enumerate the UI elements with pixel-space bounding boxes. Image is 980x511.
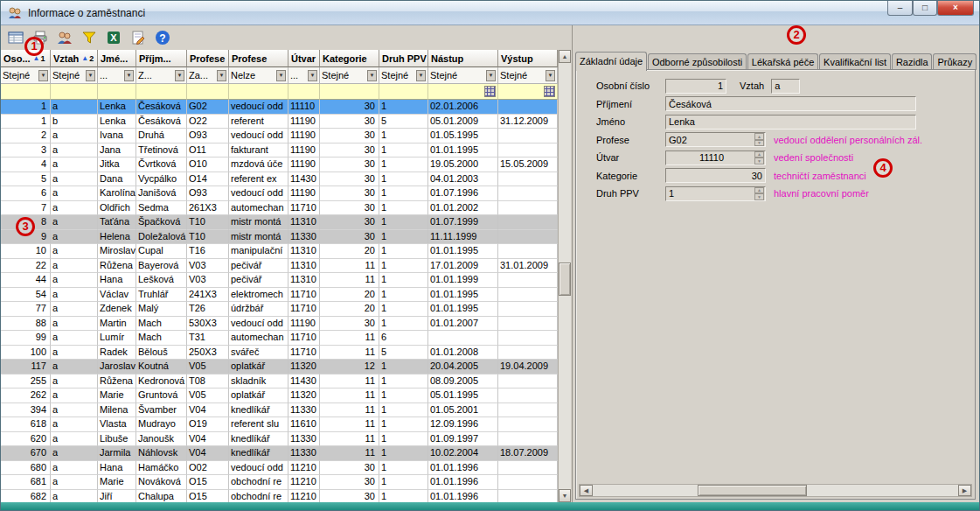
dropdown-arrow-icon[interactable]: ▼ [86, 70, 95, 81]
filter-input-prijmeni[interactable] [136, 84, 187, 100]
vscroll-thumb[interactable] [559, 262, 571, 296]
table-row[interactable]: 681aMarieNovákováO15obchodní re112103010… [1, 475, 558, 490]
table-row[interactable]: 262aMarieGruntováV05oplatkář1132011105.0… [1, 388, 558, 403]
table-row[interactable]: 2aIvanaDruháO93vedoucí odd1119030101.05.… [1, 129, 558, 144]
table-row[interactable]: 9aHelenaDoležalováT10mistr montá11330301… [1, 230, 558, 245]
filter-input-profese-nazev[interactable] [229, 84, 288, 100]
column-header-vystup[interactable]: Výstup [498, 50, 558, 67]
dropdown-arrow-icon[interactable]: ▼ [546, 70, 555, 81]
filter-op-utvar[interactable]: ...▼ [288, 67, 320, 84]
filter-input-nastup[interactable] [428, 84, 498, 100]
tab-zakladni-udaje[interactable]: Základní údaje [575, 52, 647, 71]
filter-input-osobni-cislo[interactable] [1, 84, 51, 100]
table-row[interactable]: 44aHanaLeškováV03pečivář1131011101.01.19… [1, 273, 558, 288]
table-row[interactable]: 1bLenkaČesákováO22referent1119030505.01.… [1, 115, 558, 130]
druh-ppv-field[interactable]: 1▲▼ [665, 186, 766, 201]
table-row[interactable]: 670aJarmilaNáhlovskV04knedlíkář113301111… [1, 446, 558, 461]
filter-op-osobni-cislo[interactable]: Stejné▼ [1, 67, 51, 84]
spinner-up-icon[interactable]: ▲ [754, 187, 764, 194]
table-row[interactable]: 6aKarolínaJanišováO93vedoucí odd11190301… [1, 186, 558, 201]
edit-button[interactable] [127, 27, 149, 49]
table-row[interactable]: 4aJitkaČvrtkováO10mzdová úče1119030119.0… [1, 158, 558, 172]
table-row[interactable]: 1aLenkaČesákováG02vedoucí odd1111030102.… [1, 100, 558, 115]
excel-export-button[interactable]: X [102, 27, 125, 49]
scroll-left-button[interactable]: ◀ [580, 485, 593, 496]
employees-button[interactable] [53, 27, 76, 49]
column-header-profese-kod[interactable]: Profese [187, 50, 229, 67]
table-row[interactable]: 117aJaroslavaKoutnáV05oplatkář1132012120… [1, 360, 558, 374]
tab-razidla[interactable]: Razidla [892, 53, 933, 70]
filter-input-profese-kod[interactable] [187, 84, 229, 100]
filter-input-kategorie[interactable] [320, 84, 379, 100]
spinner-up-icon[interactable]: ▲ [754, 133, 764, 140]
spinner-down-icon[interactable]: ▼ [754, 140, 764, 147]
filter-input-vystup[interactable] [498, 84, 558, 100]
table-row[interactable]: 3aJanaTřetinováO11fakturant1119030101.01… [1, 144, 558, 158]
table-row[interactable]: 8aTaťánaŠpačkováT10mistr montá1131030101… [1, 215, 558, 230]
dropdown-arrow-icon[interactable]: ▼ [217, 70, 226, 81]
table-row[interactable]: 99aLumírMachT31automechan11710116 [1, 331, 558, 346]
scroll-down-button[interactable]: ▼ [559, 489, 571, 502]
kategorie-field[interactable]: 30 [665, 168, 766, 183]
table-row[interactable]: 682aJiříChalupaO15obchodní re1121030101.… [1, 490, 558, 503]
prijmeni-field[interactable]: Česáková [665, 96, 916, 111]
dropdown-arrow-icon[interactable]: ▼ [416, 70, 426, 81]
table-row[interactable]: 618aVlastaMudrayoO19referent slu11610111… [1, 417, 558, 432]
filter-input-jmeno[interactable] [98, 84, 136, 100]
osobni-cislo-field[interactable]: 1 [665, 79, 726, 94]
hscroll-track[interactable] [593, 485, 958, 496]
dropdown-arrow-icon[interactable]: ▼ [367, 70, 377, 81]
table-row[interactable]: 77aZdenekMalýT26údržbář1171020101.01.199… [1, 302, 558, 317]
table-row[interactable]: 394aMilenaŠvamberV04knedlíkář1133011101.… [1, 403, 558, 418]
dropdown-arrow-icon[interactable]: ▼ [486, 70, 496, 81]
table-row[interactable]: 620aLibušeJanouškV04knedlíkář1133011101.… [1, 432, 558, 447]
dropdown-arrow-icon[interactable]: ▼ [175, 70, 184, 81]
column-header-osobni-cislo[interactable]: Oso...▲1 [1, 50, 51, 67]
vertical-scrollbar[interactable]: ▲ ▼ [558, 50, 571, 502]
scroll-right-button[interactable]: ▶ [958, 485, 971, 496]
utvar-field[interactable]: 11110▲▼ [665, 150, 766, 165]
tab-prukazy[interactable]: Průkazy [933, 53, 977, 70]
dropdown-arrow-icon[interactable]: ▼ [276, 70, 286, 81]
spinner-down-icon[interactable]: ▼ [754, 193, 764, 200]
filter-op-profese-kod[interactable]: Za...▼ [187, 67, 229, 84]
dropdown-arrow-icon[interactable]: ▼ [124, 70, 134, 81]
column-header-prijmeni[interactable]: Příjm... [136, 50, 187, 67]
filter-op-jmeno[interactable]: ...▼ [98, 67, 136, 84]
table-row[interactable]: 88aMartinMach530X3vedoucí odd1119030101.… [1, 317, 558, 332]
filter-op-profese-nazev[interactable]: Nelze▼ [229, 67, 288, 84]
filter-input-druh-ppv[interactable] [379, 84, 428, 100]
scroll-up-button[interactable]: ▲ [559, 50, 571, 63]
table-row[interactable]: 54aVáclavTruhlář241X3elektromech11710201… [1, 288, 558, 303]
filter-op-kategorie[interactable]: Stejné▼ [320, 67, 379, 84]
grid-filter-picker-button[interactable] [544, 86, 555, 97]
filter-op-vztah[interactable]: Stejné▼ [51, 67, 98, 84]
profese-field[interactable]: G02▲▼ [665, 132, 766, 147]
column-header-kategorie[interactable]: Kategorie [320, 50, 379, 67]
table-row[interactable]: 680aHanaHamáčkoO02vedoucí odd1121030101.… [1, 461, 558, 476]
column-header-vztah[interactable]: Vztah▲2 [51, 50, 98, 67]
filter-op-nastup[interactable]: Stejné▼ [428, 67, 498, 84]
dropdown-arrow-icon[interactable]: ▼ [308, 70, 317, 81]
vztah-field[interactable]: a [771, 79, 800, 94]
filter-op-vystup[interactable]: Stejné▼ [498, 67, 558, 84]
column-header-profese-nazev[interactable]: Profese [229, 50, 288, 67]
titlebar[interactable]: Informace o zaměstnanci – □ × [1, 1, 979, 25]
column-header-druh-ppv[interactable]: Druh PPV [379, 50, 428, 67]
spinner-down-icon[interactable]: ▼ [754, 158, 764, 164]
vscroll-track[interactable] [559, 63, 571, 489]
table-row[interactable]: 5aDanaVycpálkoO14referent ex1143030104.0… [1, 172, 558, 187]
table-row[interactable]: 7aOldřichSedma261X3automechan1171030101.… [1, 201, 558, 216]
tab-odborne-zpusobilosti[interactable]: Odborné způsobilosti [648, 53, 747, 70]
column-header-utvar[interactable]: Útvar [288, 50, 320, 67]
hscroll-thumb[interactable] [698, 485, 807, 496]
filter-input-vztah[interactable] [51, 84, 98, 100]
column-header-nastup[interactable]: Nástup [428, 50, 498, 67]
table-row[interactable]: 255aRůženaKedronováT08skladník1143011108… [1, 374, 558, 389]
horizontal-scrollbar[interactable]: ◀ ▶ [579, 484, 972, 497]
filter-op-druh-ppv[interactable]: Stejné▼ [379, 67, 428, 84]
table-row[interactable]: 22aRůženaBayerováV03pečivář1131011117.01… [1, 259, 558, 274]
grid-filter-picker-button[interactable] [484, 86, 496, 97]
spinner-up-icon[interactable]: ▲ [754, 151, 764, 158]
tab-kvalifikacni-list[interactable]: Kvalifikační list [819, 53, 891, 70]
